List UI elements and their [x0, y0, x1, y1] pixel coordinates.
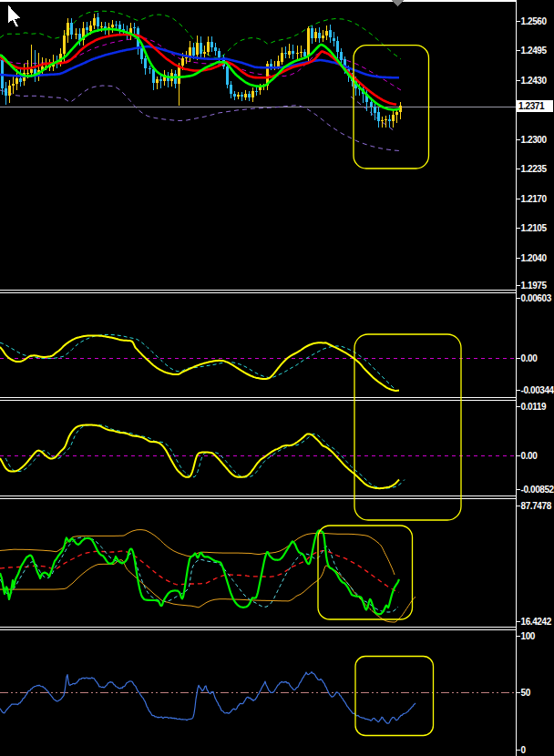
svg-text:1.2300: 1.2300 — [521, 135, 548, 145]
svg-text:16.4242: 16.4242 — [521, 617, 552, 627]
svg-text:1.1975: 1.1975 — [521, 281, 548, 291]
svg-text:1.2560: 1.2560 — [521, 16, 548, 26]
svg-text:87.7478: 87.7478 — [521, 501, 552, 511]
svg-text:50: 50 — [521, 688, 531, 698]
svg-text:0.00: 0.00 — [521, 353, 539, 363]
svg-text:1.2170: 1.2170 — [521, 194, 548, 204]
svg-text:1.2235: 1.2235 — [521, 164, 548, 174]
svg-text:0: 0 — [521, 745, 527, 755]
svg-text:1.2430: 1.2430 — [521, 76, 548, 86]
svg-text:1.2105: 1.2105 — [521, 223, 548, 233]
svg-text:-0.00852: -0.00852 — [521, 485, 554, 495]
svg-text:0.00603: 0.00603 — [521, 293, 552, 303]
svg-text:0.0119: 0.0119 — [521, 402, 547, 412]
svg-text:1.2040: 1.2040 — [521, 253, 548, 263]
svg-text:-0.00344: -0.00344 — [521, 385, 554, 395]
svg-text:1.2371: 1.2371 — [518, 101, 545, 111]
svg-text:1.2495: 1.2495 — [521, 46, 548, 56]
svg-text:100: 100 — [521, 631, 536, 641]
svg-text:0.00: 0.00 — [521, 451, 539, 461]
